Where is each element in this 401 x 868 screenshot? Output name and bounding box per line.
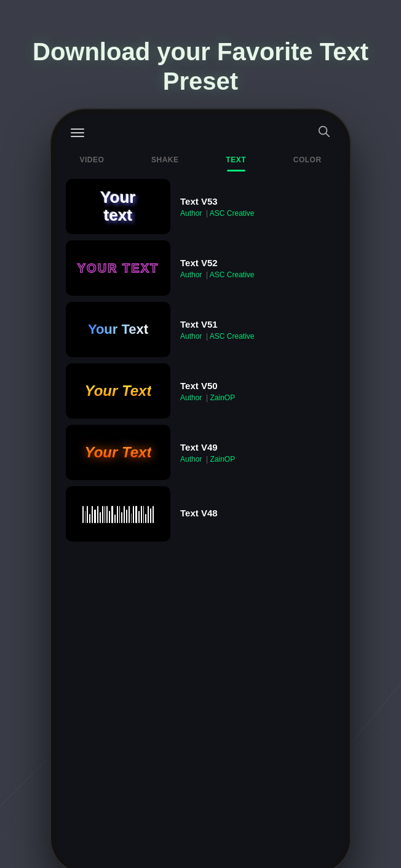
preset-info-v53: Text V53 Author | ASC Creative (180, 196, 335, 218)
preset-name-v53: Text V53 (180, 196, 335, 207)
tab-video[interactable]: VIDEO (69, 151, 114, 172)
preset-thumbnail-v48 (66, 486, 170, 542)
barcode-visual (82, 505, 154, 523)
preset-name-v50: Text V50 (180, 381, 335, 391)
preset-item-v50[interactable]: Your Text Text V50 Author | ZainOP (66, 363, 335, 419)
menu-icon[interactable] (71, 128, 84, 137)
preset-name-v51: Text V51 (180, 319, 335, 329)
tab-text[interactable]: TEXT (216, 151, 256, 172)
phone-frame: VIDEO SHAKE TEXT COLOR Yourtext Text V53… (56, 114, 345, 868)
thumb-text-v53: Yourtext (100, 189, 135, 224)
preset-author-v53: Author | ASC Creative (180, 209, 335, 218)
preset-name-v48: Text V48 (180, 508, 335, 518)
preset-author-v52: Author | ASC Creative (180, 270, 335, 279)
thumb-text-v49: Your Text (85, 444, 152, 461)
preset-info-v48: Text V48 (180, 508, 335, 521)
preset-list: Yourtext Text V53 Author | ASC Creative … (56, 172, 345, 868)
thumb-text-v51: Your Text (88, 322, 148, 337)
preset-thumbnail-v51: Your Text (66, 302, 170, 357)
preset-info-v49: Text V49 Author | ZainOP (180, 442, 335, 464)
preset-info-v51: Text V51 Author | ASC Creative (180, 319, 335, 341)
tab-color[interactable]: COLOR (284, 151, 332, 172)
preset-item-v48[interactable]: Text V48 (66, 486, 335, 542)
preset-info-v50: Text V50 Author | ZainOP (180, 381, 335, 402)
preset-item-v53[interactable]: Yourtext Text V53 Author | ASC Creative (66, 179, 335, 234)
preset-info-v52: Text V52 Author | ASC Creative (180, 258, 335, 279)
preset-name-v49: Text V49 (180, 442, 335, 452)
preset-item-v52[interactable]: YOUR TEXT Text V52 Author | ASC Creative (66, 240, 335, 296)
page-title: Download your Favorite Text Preset (25, 37, 376, 96)
preset-author-v50: Author | ZainOP (180, 393, 335, 402)
preset-item-v51[interactable]: Your Text Text V51 Author | ASC Creative (66, 302, 335, 357)
preset-name-v52: Text V52 (180, 258, 335, 268)
thumb-text-v50: Your Text (85, 382, 152, 400)
tabs-row: VIDEO SHAKE TEXT COLOR (56, 146, 345, 172)
preset-author-v51: Author | ASC Creative (180, 332, 335, 341)
preset-thumbnail-v50: Your Text (66, 363, 170, 419)
preset-item-v49[interactable]: Your Text Text V49 Author | ZainOP (66, 425, 335, 480)
preset-thumbnail-v53: Yourtext (66, 179, 170, 234)
search-icon[interactable] (317, 124, 330, 141)
header-section: Download your Favorite Text Preset (0, 0, 401, 114)
preset-author-v49: Author | ZainOP (180, 455, 335, 464)
tab-shake[interactable]: SHAKE (141, 151, 189, 172)
phone-topbar (56, 114, 345, 146)
svg-line-5 (326, 133, 329, 136)
preset-thumbnail-v52: YOUR TEXT (66, 240, 170, 296)
preset-thumbnail-v49: Your Text (66, 425, 170, 480)
thumb-text-v52: YOUR TEXT (77, 261, 159, 275)
